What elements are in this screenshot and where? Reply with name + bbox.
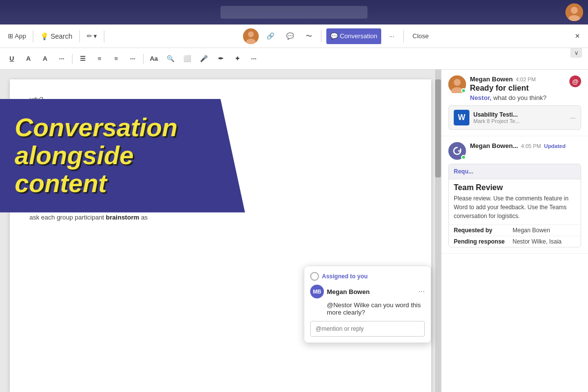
separator-5	[403, 30, 404, 42]
loop-pending-row: Pending response Nestor Wilke, Isaia	[449, 236, 581, 247]
app-button[interactable]: ⊞ App	[4, 28, 30, 44]
doc-scrollbar[interactable]	[435, 70, 441, 392]
comment-reply-input[interactable]	[310, 321, 425, 337]
more-toolbar-button[interactable]: ···	[385, 28, 398, 44]
edit-icon: ✏	[87, 32, 92, 40]
search-area[interactable]: 💡 Search	[36, 31, 76, 41]
big-title-line2: alongside	[15, 141, 134, 170]
msg1-subtitle: Nestor, what do you think?	[470, 94, 565, 101]
more-fmt-2-button[interactable]: ···	[125, 52, 141, 66]
top-search-bar[interactable]	[220, 6, 368, 19]
big-title-text: Conversation alongside content	[15, 114, 216, 198]
chat-button[interactable]: 💬	[282, 28, 298, 44]
file-sub: Mark 8 Project Te...	[473, 118, 566, 124]
comment-more-icon[interactable]: ···	[418, 287, 425, 296]
effects-button[interactable]: ✦	[229, 52, 245, 66]
toolbar-row: ⊞ App 💡 Search ✏ ▾ 🔗 💬 〜 💬	[0, 24, 588, 48]
fmt-sep-1	[72, 54, 73, 64]
align-button[interactable]: ≡	[92, 52, 107, 66]
indent-icon: ≡	[114, 55, 118, 62]
pen-button[interactable]: ✒	[213, 52, 228, 66]
search-icon: 💡	[40, 32, 49, 40]
doc-area: udy? enting our products from selling? t…	[0, 70, 441, 392]
top-bar	[0, 0, 588, 24]
msg1-header: Megan Bowen 4:02 PM Ready for client Nes…	[448, 75, 581, 101]
search-label: Search	[50, 32, 72, 40]
svg-point-4	[248, 31, 254, 37]
msg2-status-indicator	[461, 155, 466, 160]
file-attachment[interactable]: W Usability Testi... Mark 8 Project Te..…	[448, 105, 581, 130]
file-icon: W	[454, 110, 469, 125]
effects-icon: ✦	[235, 55, 240, 62]
loop-card[interactable]: Requ... Team Review Please review. Use t…	[448, 164, 581, 247]
app-icon: ⊞	[8, 32, 13, 40]
big-title-overlay: Conversation alongside content	[0, 99, 245, 213]
more-fmt-1-icon: ···	[59, 55, 65, 62]
more-fmt-1-button[interactable]: ···	[54, 52, 70, 66]
requested-by-value: Megan Bowen	[513, 227, 550, 234]
close-x-button[interactable]: ✕	[571, 28, 584, 44]
file-more-icon[interactable]: ···	[570, 114, 576, 122]
comment-circle[interactable]	[310, 272, 319, 281]
msg1-meta: Megan Bowen 4:02 PM Ready for client Nes…	[470, 75, 565, 101]
edit-button[interactable]: ✏ ▾	[83, 28, 101, 44]
more-icon: ···	[389, 32, 394, 40]
collapse-arrow-button[interactable]: ∨	[570, 48, 582, 58]
msg1-status-indicator	[461, 88, 466, 93]
font-color-button[interactable]: A	[37, 52, 53, 66]
loop-card-header: Requ...	[449, 164, 581, 179]
msg1-name-time: Megan Bowen 4:02 PM	[470, 75, 565, 83]
msg2-avatar	[448, 142, 466, 160]
file-info: Usability Testi... Mark 8 Project Te...	[473, 111, 566, 124]
activity-icon: 〜	[306, 32, 312, 41]
conv-message-1: Megan Bowen 4:02 PM Ready for client Nes…	[441, 70, 588, 136]
updated-badge: Updated	[544, 143, 565, 149]
loop-requested-row: Requested by Megan Bowen	[449, 224, 581, 236]
commenter-initials: MB	[313, 289, 321, 294]
conversation-button[interactable]: 💬 Conversation	[326, 28, 381, 44]
underline-button[interactable]: U	[4, 52, 20, 66]
loop-card-title: Team Review	[449, 179, 581, 194]
mention-badge: @	[569, 75, 581, 87]
separator-4	[321, 30, 321, 42]
scrollbar-thumb[interactable]	[435, 79, 441, 177]
svg-point-7	[454, 79, 461, 86]
big-title-line1: Conversation	[15, 113, 177, 142]
more-fmt-3-icon: ···	[251, 55, 257, 62]
image-button[interactable]: ⬜	[179, 52, 195, 66]
msg1-time: 4:02 PM	[515, 76, 536, 82]
user-avatar[interactable]	[565, 3, 583, 21]
comment-header: MB Megan Bowen ···	[310, 285, 425, 298]
main-area: udy? enting our products from selling? t…	[0, 70, 588, 392]
app-label: App	[15, 32, 26, 40]
conversation-label: Conversation	[340, 32, 377, 40]
doc-bold-word: brainstorm	[106, 214, 139, 221]
bullets-button[interactable]: ☰	[75, 52, 91, 66]
msg1-title: Ready for client	[470, 84, 565, 93]
center-avatar[interactable]	[243, 28, 259, 44]
bullets-icon: ☰	[80, 55, 86, 62]
msg2-meta: Megan Bowen... 4:05 PM Updated	[470, 142, 581, 150]
comment-assigned-row: Assigned to you	[310, 272, 425, 281]
activity-button[interactable]: 〜	[302, 28, 316, 44]
search-fmt-icon: 🔍	[167, 55, 174, 62]
font-size-button[interactable]: Aa	[146, 52, 162, 66]
loop-card-body: Please review. Use the comments feature …	[449, 194, 581, 224]
indent-button[interactable]: ≡	[108, 52, 124, 66]
msg2-sender-name: Megan Bowen...	[470, 142, 518, 149]
close-button[interactable]: Close	[409, 28, 433, 44]
highlight-button[interactable]: A	[21, 52, 36, 66]
conversation-panel: Megan Bowen 4:02 PM Ready for client Nes…	[441, 70, 588, 392]
more-fmt-3-button[interactable]: ···	[246, 52, 262, 66]
svg-point-1	[571, 7, 578, 14]
comment-body: @Nestor Wilke can you word this more cle…	[310, 301, 425, 316]
search-fmt-button[interactable]: 🔍	[163, 52, 178, 66]
fmt-sep-2	[143, 54, 144, 64]
link-button[interactable]: 🔗	[263, 28, 278, 44]
font-color-icon: A	[43, 55, 47, 62]
mic-button[interactable]: 🎤	[196, 52, 212, 66]
separator-1	[33, 30, 33, 42]
pending-label: Pending response	[454, 238, 513, 245]
msg2-time: 4:05 PM	[521, 143, 541, 149]
link-icon: 🔗	[267, 32, 274, 40]
